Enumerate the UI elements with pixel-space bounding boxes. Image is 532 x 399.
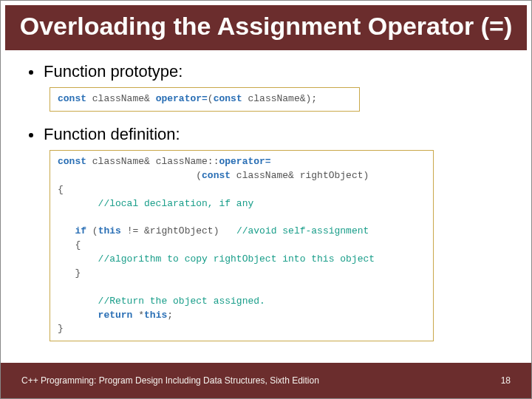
code-text: } (58, 323, 64, 334)
kw-const: const (214, 93, 242, 104)
bullet-definition-text: Function definition: (44, 125, 180, 144)
code-comment: //local declaration, if any (98, 198, 254, 209)
code-pad (58, 253, 98, 265)
bullet-prototype: Function prototype: (29, 62, 509, 81)
code-text: != &rightObject) (121, 225, 236, 236)
slide-content: Function prototype: const className& ope… (1, 50, 531, 350)
code-text: * (132, 310, 144, 321)
code-text: } (58, 267, 81, 279)
bullet-dot-icon (29, 70, 33, 75)
op-assign: operator= (219, 156, 270, 167)
footer-source: C++ Programming: Program Design Includin… (21, 375, 319, 386)
page-number: 18 (501, 375, 511, 386)
kw-this: this (98, 225, 121, 236)
code-pad (58, 198, 98, 209)
code-pad (58, 310, 98, 321)
bullet-prototype-text: Function prototype: (44, 62, 183, 81)
code-comment: //Return the object assigned. (98, 296, 265, 307)
code-prototype: const className& operator=(const classNa… (50, 87, 360, 112)
kw-const: const (58, 156, 86, 167)
slide: Overloading the Assignment Operator (=) … (0, 0, 532, 399)
kw-return: return (98, 310, 133, 321)
code-pad (58, 225, 75, 236)
title-bar: Overloading the Assignment Operator (=) (5, 5, 527, 50)
kw-const: const (202, 170, 231, 181)
code-text: ; (167, 310, 173, 321)
code-comment: //avoid self-assignment (236, 225, 369, 236)
slide-title: Overloading the Assignment Operator (=) (14, 13, 518, 40)
code-text: className& rightObject) (231, 170, 369, 181)
code-text: { (58, 239, 81, 250)
code-text: { (58, 184, 64, 195)
code-comment: //algorithm to copy rightObject into thi… (98, 253, 375, 265)
code-definition: const className& className::operator= (c… (50, 150, 434, 341)
bullet-definition: Function definition: (29, 125, 509, 144)
footer-bar: C++ Programming: Program Design Includin… (1, 363, 531, 398)
code-text: className& className:: (86, 156, 219, 167)
code-text: ( (86, 225, 98, 236)
code-text: className& (86, 93, 156, 104)
code-text: ( (208, 93, 214, 104)
bullet-dot-icon (29, 133, 33, 137)
kw-const: const (58, 93, 86, 104)
code-text: className&); (242, 93, 317, 104)
kw-if: if (75, 225, 86, 236)
op-assign: operator= (156, 93, 208, 104)
code-pad (58, 296, 98, 307)
code-text: ( (58, 170, 202, 181)
kw-this: this (144, 310, 167, 321)
